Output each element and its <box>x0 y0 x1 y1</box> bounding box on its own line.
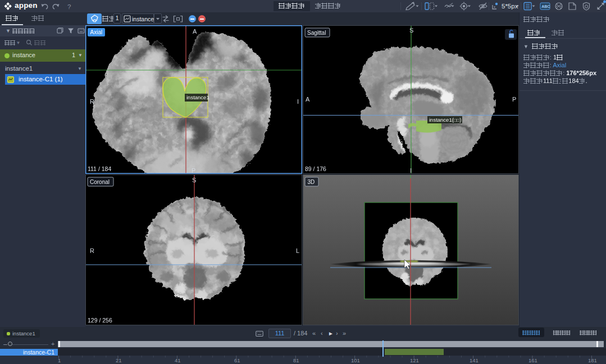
svg-text:ABC: ABC <box>541 4 550 8</box>
svg-text:S: S <box>192 177 196 183</box>
svg-text:Sagittal: Sagittal <box>307 30 326 36</box>
svg-text:instance1(□□): instance1(□□) <box>429 117 461 123</box>
svg-text:instance1: instance1 <box>186 94 209 100</box>
svg-text:Axial: Axial <box>90 29 103 35</box>
svg-text:89 / 176: 89 / 176 <box>305 165 326 172</box>
svg-text:P: P <box>192 167 195 174</box>
svg-text:I: I <box>297 98 299 105</box>
svg-text:?: ? <box>67 3 71 10</box>
svg-text:A: A <box>193 28 197 35</box>
svg-text:S: S <box>409 27 413 34</box>
svg-text:Coronal: Coronal <box>90 179 110 185</box>
svg-text:111 / 184: 111 / 184 <box>88 165 111 172</box>
svg-text:A: A <box>306 96 310 103</box>
svg-text:I: I <box>410 167 412 174</box>
svg-text:R: R <box>90 247 94 254</box>
svg-text:5*5px: 5*5px <box>502 3 518 10</box>
svg-text:R: R <box>90 98 94 105</box>
svg-text:L: L <box>296 247 299 254</box>
svg-text:P: P <box>512 96 516 103</box>
svg-text:129 / 256: 129 / 256 <box>88 317 112 324</box>
svg-text:3D: 3D <box>308 179 315 185</box>
